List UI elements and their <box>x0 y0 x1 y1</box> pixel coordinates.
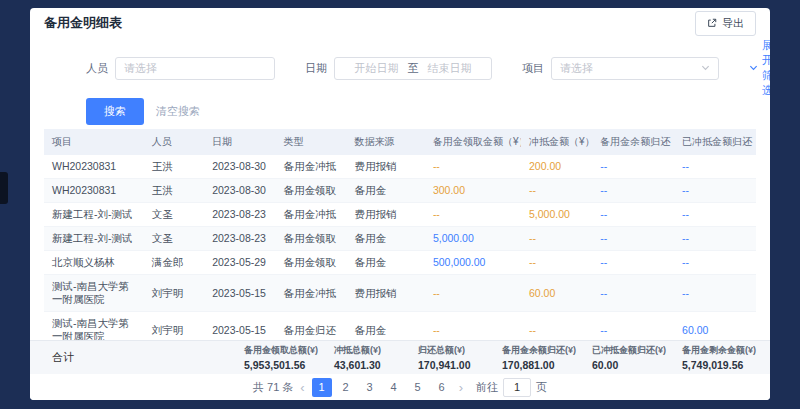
table-row[interactable]: 测试-南昌大学第一附属医院刘宇明2023-05-15备用金冲抵费用报销--60.… <box>44 275 756 312</box>
amount-cell: -- <box>521 227 592 251</box>
export-button-label: 导出 <box>722 16 744 31</box>
search-button[interactable]: 搜索 <box>86 98 144 125</box>
summary-item-label: 备用金领取总额(¥) <box>244 344 318 357</box>
type-cell: 备用金归还 <box>275 312 346 341</box>
amount-cell: -- <box>521 251 592 275</box>
source-cell: 备用金 <box>347 179 425 203</box>
amount-cell: 5,000.00 <box>521 203 592 227</box>
project-cell: WH20230831 <box>44 155 144 179</box>
date-cell: 2023-08-23 <box>204 203 275 227</box>
date-range-picker[interactable]: 开始日期 至 结束日期 <box>334 57 492 80</box>
clear-search-button[interactable]: 清空搜索 <box>156 104 200 119</box>
summary-item-label: 备用金余额归还(¥) <box>502 344 576 357</box>
summary-item-label: 已冲抵金额归还(¥) <box>592 344 666 357</box>
goto-page-input[interactable] <box>503 378 531 397</box>
amount-cell: -- <box>592 203 674 227</box>
type-cell: 备用金冲抵 <box>275 275 346 312</box>
person-filter-input[interactable] <box>115 57 275 80</box>
drawer-handle[interactable] <box>0 172 8 204</box>
page-button[interactable]: 2 <box>336 378 356 397</box>
source-cell: 备用金 <box>347 227 425 251</box>
table-row[interactable]: WH20230831王洪2023-08-30备用金领取备用金300.00----… <box>44 179 756 203</box>
expand-filters-link[interactable]: 展开筛选 <box>749 38 770 98</box>
date-separator: 至 <box>408 61 419 76</box>
project-filter-select[interactable]: 请选择 <box>551 57 719 80</box>
date-filter-group: 日期 开始日期 至 结束日期 <box>305 57 492 80</box>
column-header: 数据来源 <box>347 129 425 155</box>
page-button[interactable]: 4 <box>384 378 404 397</box>
page-list: 123456 <box>312 378 452 397</box>
date-cell: 2023-08-30 <box>204 179 275 203</box>
petty-cash-table: 项目人员日期类型数据来源备用金领取金额（¥）冲抵金额（¥）备用金余额归还（¥）已… <box>44 129 756 340</box>
search-action-bar: 搜索 清空搜索 <box>30 98 770 129</box>
amount-cell: -- <box>674 251 756 275</box>
amount-cell: -- <box>592 275 674 312</box>
pagination-bar: 共 71 条 ‹ 123456 › 前往 页 <box>30 374 770 400</box>
amount-cell: -- <box>425 275 521 312</box>
summary-bar: 合计 备用金领取总额(¥)5,953,501.56冲抵总额(¥)43,601.3… <box>30 340 770 374</box>
amount-cell: -- <box>674 227 756 251</box>
export-icon <box>707 18 717 28</box>
person-filter-label: 人员 <box>86 61 108 76</box>
next-page-button[interactable]: › <box>459 381 463 394</box>
panel-header: 备用金明细表 导出 <box>30 8 770 38</box>
page-button[interactable]: 5 <box>408 378 428 397</box>
amount-cell: 200.00 <box>521 155 592 179</box>
page-button[interactable]: 6 <box>432 378 452 397</box>
project-filter-label: 项目 <box>522 61 544 76</box>
project-cell: 北京顺义杨林 <box>44 251 144 275</box>
chevron-down-icon <box>749 62 758 74</box>
source-cell: 备用金 <box>347 312 425 341</box>
table-row[interactable]: WH20230831王洪2023-08-30备用金冲抵费用报销--200.00-… <box>44 155 756 179</box>
date-cell: 2023-08-30 <box>204 155 275 179</box>
table-row[interactable]: 新建工程-刘-测试文圣2023-08-23备用金领取备用金5,000.00---… <box>44 227 756 251</box>
amount-cell: 60.00 <box>521 275 592 312</box>
pagination-total-text: 共 71 条 <box>253 380 293 395</box>
date-end-placeholder: 结束日期 <box>428 61 472 76</box>
amount-cell: -- <box>425 312 521 341</box>
column-header: 已冲抵金额归还（¥） <box>674 129 756 155</box>
person-cell: 王洪 <box>144 155 205 179</box>
column-header: 日期 <box>204 129 275 155</box>
summary-item: 备用金剩余金额(¥)5,749,019.56 <box>682 344 756 371</box>
goto-page-group: 前往 页 <box>476 378 547 397</box>
prev-page-button[interactable]: ‹ <box>300 381 304 394</box>
table-row[interactable]: 北京顺义杨林满金郎2023-05-29备用金领取备用金500,000.00---… <box>44 251 756 275</box>
amount-cell: -- <box>592 251 674 275</box>
amount-cell: -- <box>425 155 521 179</box>
summary-item-label: 归还总额(¥) <box>418 344 486 357</box>
page-button[interactable]: 3 <box>360 378 380 397</box>
petty-cash-report-panel: 备用金明细表 导出 人员 日期 开始日期 至 结束日期 项目 <box>30 8 770 400</box>
column-header: 项目 <box>44 129 144 155</box>
source-cell: 费用报销 <box>347 275 425 312</box>
source-cell: 费用报销 <box>347 155 425 179</box>
summary-total-label: 合计 <box>52 350 74 365</box>
summary-item-value: 60.00 <box>592 359 666 371</box>
table-row[interactable]: 测试-南昌大学第一附属医院刘宇明2023-05-15备用金归还备用金------… <box>44 312 756 341</box>
amount-cell: 60.00 <box>674 312 756 341</box>
summary-item-label: 备用金剩余金额(¥) <box>682 344 756 357</box>
column-header: 备用金余额归还（¥） <box>592 129 674 155</box>
amount-cell: 500,000.00 <box>425 251 521 275</box>
export-button[interactable]: 导出 <box>695 11 756 36</box>
person-cell: 文圣 <box>144 227 205 251</box>
date-cell: 2023-05-15 <box>204 275 275 312</box>
amount-cell: -- <box>521 312 592 341</box>
column-header: 人员 <box>144 129 205 155</box>
date-cell: 2023-08-23 <box>204 227 275 251</box>
project-cell: 新建工程-刘-测试 <box>44 203 144 227</box>
project-cell: 新建工程-刘-测试 <box>44 227 144 251</box>
project-cell: WH20230831 <box>44 179 144 203</box>
date-start-placeholder: 开始日期 <box>355 61 399 76</box>
project-select-placeholder: 请选择 <box>560 61 593 76</box>
page-button[interactable]: 1 <box>312 378 332 397</box>
type-cell: 备用金领取 <box>275 179 346 203</box>
amount-cell: -- <box>674 275 756 312</box>
type-cell: 备用金领取 <box>275 251 346 275</box>
summary-item: 归还总额(¥)170,941.00 <box>418 344 486 371</box>
table-row[interactable]: 新建工程-刘-测试文圣2023-08-23备用金冲抵费用报销--5,000.00… <box>44 203 756 227</box>
type-cell: 备用金领取 <box>275 227 346 251</box>
column-header: 冲抵金额（¥） <box>521 129 592 155</box>
amount-cell: -- <box>674 155 756 179</box>
expand-filters-label: 展开筛选 <box>762 38 770 98</box>
